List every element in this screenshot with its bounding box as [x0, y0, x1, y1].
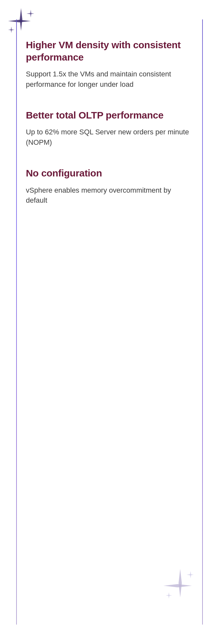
sparkle-top-left-icon — [6, 6, 39, 39]
section-no-configuration: No configuration vSphere enables memory … — [26, 167, 193, 206]
section-vm-density: Higher VM density with consistent perfor… — [26, 39, 193, 90]
section-vm-density-heading: Higher VM density with consistent perfor… — [26, 39, 193, 63]
page-container: Higher VM density with consistent perfor… — [0, 0, 219, 644]
section-oltp-body: Up to 62% more SQL Server new orders per… — [26, 127, 193, 148]
section-oltp-performance: Better total OLTP performance Up to 62% … — [26, 109, 193, 148]
right-border-line — [202, 19, 203, 625]
section-no-config-heading: No configuration — [26, 167, 193, 179]
section-oltp-heading: Better total OLTP performance — [26, 109, 193, 121]
section-no-config-body: vSphere enables memory overcommitment by… — [26, 185, 193, 206]
left-border-line — [16, 19, 17, 625]
content-area: Higher VM density with consistent perfor… — [26, 39, 193, 612]
section-vm-density-body: Support 1.5x the VMs and maintain consis… — [26, 69, 193, 90]
sparkle-bottom-right-icon — [161, 566, 200, 605]
